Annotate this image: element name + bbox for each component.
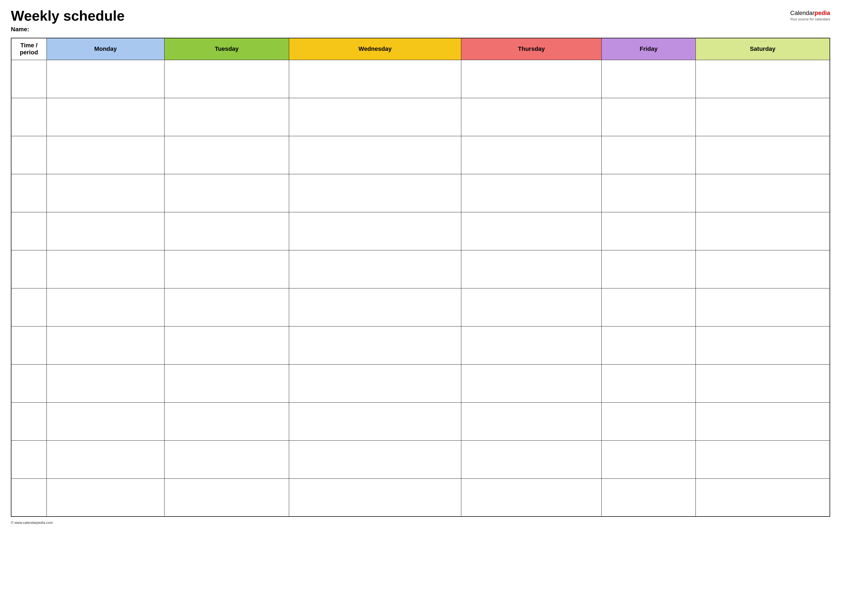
schedule-cell[interactable]: [461, 136, 601, 174]
schedule-cell[interactable]: [601, 98, 696, 136]
footer: © www.calendarpedia.com: [11, 521, 830, 525]
schedule-cell[interactable]: [47, 60, 165, 98]
schedule-cell[interactable]: [601, 212, 696, 250]
col-header-wednesday: Wednesday: [289, 38, 461, 60]
schedule-body: [11, 60, 830, 516]
schedule-cell[interactable]: [461, 212, 601, 250]
schedule-cell[interactable]: [696, 440, 830, 478]
schedule-cell[interactable]: [47, 440, 165, 478]
table-header-row: Time / period Monday Tuesday Wednesday T…: [11, 38, 830, 60]
schedule-cell[interactable]: [601, 60, 696, 98]
schedule-cell[interactable]: [461, 326, 601, 364]
schedule-cell[interactable]: [289, 98, 461, 136]
schedule-cell[interactable]: [461, 250, 601, 288]
table-row: [11, 60, 830, 98]
schedule-cell[interactable]: [696, 478, 830, 516]
schedule-cell[interactable]: [696, 326, 830, 364]
time-cell[interactable]: [11, 212, 47, 250]
time-cell[interactable]: [11, 136, 47, 174]
schedule-cell[interactable]: [47, 250, 165, 288]
schedule-cell[interactable]: [601, 364, 696, 402]
schedule-cell[interactable]: [461, 364, 601, 402]
schedule-cell[interactable]: [601, 136, 696, 174]
schedule-cell[interactable]: [165, 98, 289, 136]
schedule-cell[interactable]: [461, 174, 601, 212]
table-row: [11, 212, 830, 250]
schedule-cell[interactable]: [461, 288, 601, 326]
schedule-cell[interactable]: [165, 326, 289, 364]
schedule-cell[interactable]: [47, 364, 165, 402]
schedule-cell[interactable]: [601, 250, 696, 288]
schedule-cell[interactable]: [165, 174, 289, 212]
schedule-cell[interactable]: [696, 364, 830, 402]
schedule-cell[interactable]: [289, 212, 461, 250]
schedule-cell[interactable]: [165, 136, 289, 174]
time-cell[interactable]: [11, 364, 47, 402]
schedule-cell[interactable]: [696, 212, 830, 250]
schedule-cell[interactable]: [696, 174, 830, 212]
time-cell[interactable]: [11, 98, 47, 136]
schedule-cell[interactable]: [165, 212, 289, 250]
schedule-cell[interactable]: [696, 98, 830, 136]
table-row: [11, 402, 830, 440]
schedule-cell[interactable]: [601, 478, 696, 516]
schedule-cell[interactable]: [289, 440, 461, 478]
name-label: Name:: [11, 26, 125, 33]
schedule-cell[interactable]: [289, 288, 461, 326]
schedule-cell[interactable]: [601, 440, 696, 478]
schedule-cell[interactable]: [47, 402, 165, 440]
schedule-cell[interactable]: [165, 60, 289, 98]
time-cell[interactable]: [11, 288, 47, 326]
time-cell[interactable]: [11, 402, 47, 440]
schedule-cell[interactable]: [289, 174, 461, 212]
logo-calendar: Calendar: [790, 10, 815, 16]
schedule-cell[interactable]: [696, 250, 830, 288]
schedule-cell[interactable]: [696, 402, 830, 440]
footer-url: © www.calendarpedia.com: [11, 521, 53, 525]
schedule-cell[interactable]: [289, 402, 461, 440]
logo-text: Calendarpedia: [790, 10, 830, 16]
time-cell[interactable]: [11, 60, 47, 98]
schedule-cell[interactable]: [601, 288, 696, 326]
schedule-cell[interactable]: [461, 440, 601, 478]
schedule-cell[interactable]: [601, 402, 696, 440]
schedule-cell[interactable]: [289, 478, 461, 516]
schedule-cell[interactable]: [289, 326, 461, 364]
schedule-cell[interactable]: [47, 288, 165, 326]
schedule-cell[interactable]: [461, 478, 601, 516]
schedule-cell[interactable]: [47, 212, 165, 250]
schedule-cell[interactable]: [165, 288, 289, 326]
schedule-cell[interactable]: [165, 364, 289, 402]
schedule-cell[interactable]: [165, 402, 289, 440]
schedule-cell[interactable]: [289, 364, 461, 402]
schedule-cell[interactable]: [47, 136, 165, 174]
schedule-cell[interactable]: [696, 60, 830, 98]
logo-tagline: Your source for calendars: [790, 17, 830, 21]
time-cell[interactable]: [11, 250, 47, 288]
schedule-cell[interactable]: [47, 98, 165, 136]
time-cell[interactable]: [11, 440, 47, 478]
schedule-cell[interactable]: [696, 136, 830, 174]
schedule-cell[interactable]: [165, 250, 289, 288]
schedule-cell[interactable]: [289, 250, 461, 288]
schedule-cell[interactable]: [601, 326, 696, 364]
schedule-cell[interactable]: [461, 60, 601, 98]
schedule-cell[interactable]: [289, 60, 461, 98]
schedule-cell[interactable]: [696, 288, 830, 326]
schedule-cell[interactable]: [165, 440, 289, 478]
schedule-cell[interactable]: [461, 98, 601, 136]
schedule-cell[interactable]: [165, 478, 289, 516]
col-header-thursday: Thursday: [461, 38, 601, 60]
table-row: [11, 288, 830, 326]
table-row: [11, 174, 830, 212]
time-cell[interactable]: [11, 478, 47, 516]
time-cell[interactable]: [11, 326, 47, 364]
schedule-cell[interactable]: [47, 478, 165, 516]
schedule-cell[interactable]: [601, 174, 696, 212]
col-header-tuesday: Tuesday: [165, 38, 289, 60]
schedule-cell[interactable]: [47, 174, 165, 212]
schedule-cell[interactable]: [47, 326, 165, 364]
schedule-cell[interactable]: [461, 402, 601, 440]
time-cell[interactable]: [11, 174, 47, 212]
schedule-cell[interactable]: [289, 136, 461, 174]
